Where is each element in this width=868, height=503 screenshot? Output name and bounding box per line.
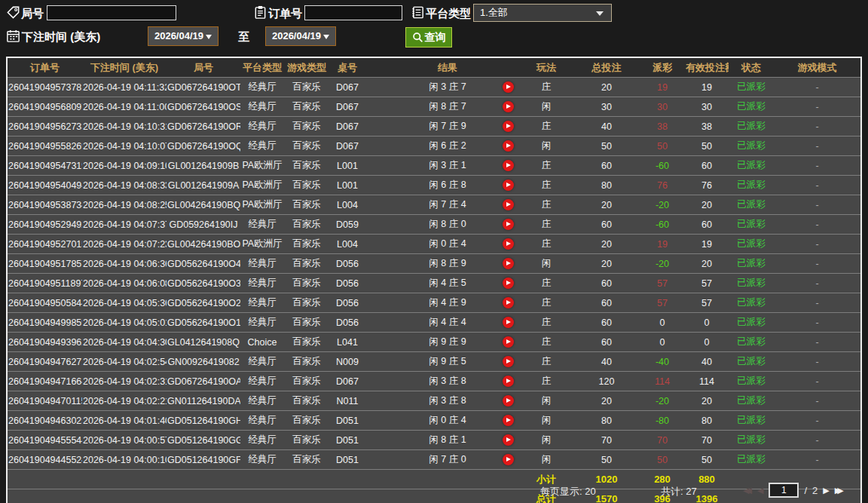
replay-play-icon[interactable]: [503, 160, 514, 171]
cell-game-no: GD067264190OT: [167, 78, 240, 97]
cell-bet-time: 2026-04-19 04:00:57: [82, 431, 167, 450]
cell-table-no: D056: [329, 254, 365, 274]
next-page-icon[interactable]: ▶: [823, 483, 829, 498]
replay-play-icon[interactable]: [503, 121, 514, 132]
cell-valid-bet: 114: [685, 372, 729, 391]
cell-mode: -: [774, 274, 861, 293]
cell-mode: -: [774, 176, 861, 195]
game-no-input[interactable]: [47, 5, 176, 20]
replay-play-icon[interactable]: [503, 356, 514, 367]
platform-type-value: 1.全部: [480, 7, 508, 18]
replay-play-icon[interactable]: [503, 238, 514, 250]
page-number-input[interactable]: [769, 483, 799, 498]
cell-game-type: 百家乐: [284, 136, 329, 156]
replay-play-icon[interactable]: [503, 336, 514, 348]
replay-play-icon[interactable]: [503, 317, 514, 328]
cell-status: 已派彩: [729, 97, 774, 117]
cell-payout: -20: [640, 254, 685, 274]
replay-play-icon[interactable]: [503, 415, 514, 426]
cell-status: 已派彩: [729, 293, 774, 313]
replay-play-icon[interactable]: [503, 376, 514, 387]
cell-valid-bet: 19: [685, 235, 729, 254]
cell-bet-time: 2026-04-19 04:11:32: [82, 78, 167, 97]
cell-mode: -: [774, 156, 861, 176]
cell-payout: -40: [640, 352, 685, 372]
date-from-picker[interactable]: 2026/04/19: [148, 26, 219, 46]
cell-result: 闲 0 庄 4: [365, 411, 497, 431]
cell-status: 已派彩: [729, 411, 774, 431]
cell-total-bet: 80: [573, 176, 640, 195]
cell-order-no: 260419049470115: [7, 391, 82, 411]
replay-play-icon[interactable]: [503, 434, 514, 446]
cell-bet-type: 庄: [519, 78, 573, 97]
cell-valid-bet: 38: [685, 117, 729, 136]
per-page-label: 每页显示: 20: [540, 485, 596, 498]
cell-order-no: 260419049562733: [7, 117, 82, 136]
cell-table-no: D056: [329, 274, 365, 293]
cell-status: 已派彩: [729, 254, 774, 274]
replay-play-icon[interactable]: [503, 101, 514, 112]
cell-result: 闲 6 庄 8: [365, 176, 497, 195]
table-row: 2604190494455242026-04-19 04:00:10GD0512…: [7, 450, 861, 470]
replay-play-icon[interactable]: [503, 81, 514, 93]
replay-play-icon[interactable]: [503, 258, 514, 269]
cell-valid-bet: 40: [685, 352, 729, 372]
cell-bet-time: 2026-04-19 04:08:25: [82, 195, 167, 215]
cell-platform: 经典厅: [240, 431, 284, 450]
replay-play-icon[interactable]: [503, 454, 514, 465]
pagination-bar: 每页显示: 20 共计: 27 ◀◀ ◀ / 2 ▶ ▶▶: [0, 480, 868, 503]
cell-order-no: 260419049445524: [7, 450, 82, 470]
cell-game-no: GD067264190OA: [167, 372, 240, 391]
cell-order-no: 260419049529492: [7, 215, 82, 235]
replay-play-icon[interactable]: [503, 219, 514, 230]
cell-bet-type: 闲: [519, 411, 573, 431]
cell-game-type: 百家乐: [284, 431, 329, 450]
table-row: 2604190495680972026-04-19 04:11:00GD0672…: [7, 97, 861, 117]
table-row: 2604190495058442026-04-19 04:05:36GD0562…: [7, 293, 861, 313]
cell-order-no: 260419049493962: [7, 333, 82, 352]
cell-bet-time: 2026-04-19 04:10:31: [82, 117, 167, 136]
replay-play-icon[interactable]: [503, 395, 514, 406]
date-to-picker[interactable]: 2026/04/19: [265, 26, 336, 46]
dropdown-arrow-icon: [323, 35, 329, 39]
order-no-input[interactable]: [304, 5, 402, 20]
cell-order-no: 260419049517857: [7, 254, 82, 274]
prev-page-icon[interactable]: ◀: [757, 483, 763, 498]
cell-result: 闲 8 庄 7: [365, 97, 497, 117]
cell-mode: -: [774, 352, 861, 372]
cell-order-no: 260419049547319: [7, 156, 82, 176]
cell-valid-bet: 57: [685, 274, 729, 293]
cell-game-no: GD051264190GG: [167, 431, 240, 450]
cell-total-bet: 60: [573, 333, 640, 352]
replay-play-icon[interactable]: [503, 140, 514, 152]
platform-type-select[interactable]: 1.全部: [473, 4, 612, 22]
cell-total-bet: 20: [573, 195, 640, 215]
replay-play-icon[interactable]: [503, 199, 514, 210]
date-to-separator: 至: [238, 30, 249, 44]
cell-valid-bet: 60: [685, 156, 729, 176]
cell-bet-type: 庄: [519, 352, 573, 372]
cell-result: 闲 4 庄 4: [365, 313, 497, 333]
cell-total-bet: 60: [573, 313, 640, 333]
cell-platform: 经典厅: [240, 117, 284, 136]
last-page-icon[interactable]: ▶▶: [835, 483, 844, 498]
cell-play: [497, 235, 519, 254]
search-button[interactable]: 查询: [405, 27, 452, 48]
cell-table-no: D067: [329, 117, 365, 136]
replay-play-icon[interactable]: [503, 179, 514, 191]
cell-result: 闲 3 庄 7: [365, 78, 497, 97]
cell-total-bet: 60: [573, 156, 640, 176]
cell-game-no: GD056264190O1: [167, 313, 240, 333]
cell-status: 已派彩: [729, 431, 774, 450]
replay-play-icon[interactable]: [503, 278, 514, 289]
cell-result: 闲 0 庄 4: [365, 235, 497, 254]
platform-type-label: 平台类型: [426, 7, 471, 21]
replay-play-icon[interactable]: [503, 297, 514, 308]
cell-valid-bet: 20: [685, 391, 729, 411]
cell-play: [497, 78, 519, 97]
cell-bet-type: 庄: [519, 156, 573, 176]
first-page-icon[interactable]: ◀◀: [743, 483, 752, 498]
cell-bet-type: 庄: [519, 117, 573, 136]
cell-bet-time: 2026-04-19 04:01:40: [82, 411, 167, 431]
cell-mode: -: [774, 372, 861, 391]
